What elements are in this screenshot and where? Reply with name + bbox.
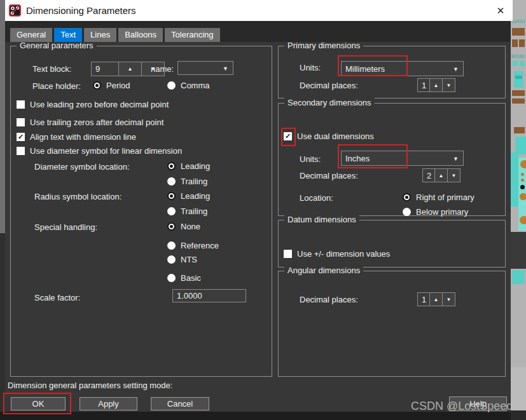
spinner-up-icon[interactable]: ▲ [118,62,142,76]
radio-icon[interactable] [167,177,176,186]
pcb-label: EpSS1 [511,19,525,24]
tab-general[interactable]: General [10,28,52,42]
secondary-decimal-label: Decimal places: [300,171,358,180]
radio-label: Period [106,81,130,90]
apply-button[interactable]: Apply [80,397,137,410]
primary-decimal-spinner[interactable]: 1 ▲ ▼ [417,78,455,92]
secondary-units-dropdown[interactable]: Inches ▼ [341,151,464,166]
spinner-down-icon[interactable]: ▼ [447,168,460,182]
name-dropdown[interactable]: ▼ [177,61,233,75]
tab-lines[interactable]: Lines [84,28,116,42]
pcb-shape [511,152,518,207]
radio-label: Trailing [181,207,207,216]
pcb-shape [515,137,526,154]
spinner-down-icon[interactable]: ▼ [442,292,455,306]
tab-balloons[interactable]: Balloons [118,28,163,42]
group-title: Datum dimensions [284,215,359,224]
radio-icon[interactable] [167,255,176,264]
spinner-up-icon[interactable]: ▲ [434,168,448,182]
special-handling-label: Special handling: [34,222,97,232]
radio-label: NTS [181,255,197,264]
checkbox-icon[interactable] [17,147,25,155]
pcb-shape [520,216,526,224]
radio-icon[interactable] [167,81,176,90]
radio-special-reference[interactable]: Reference [167,241,219,250]
spinner-down-icon[interactable]: ▼ [442,78,455,92]
spinner-value[interactable]: 1 [417,292,430,306]
radio-icon[interactable] [167,241,176,250]
radio-diameter-trailing[interactable]: Trailing [167,177,207,186]
checkbox-label: Use dual dimensions [297,132,374,141]
spinner-value[interactable]: 9 [91,62,119,76]
place-holder-label: Place holder: [32,81,81,91]
radio-icon[interactable] [167,162,176,170]
location-label: Location: [300,193,333,203]
radio-comma[interactable]: Comma [167,81,210,90]
radio-label: None [181,222,200,231]
primary-units-label: Units: [300,63,321,72]
spinner-value[interactable]: 1 [417,78,430,92]
checkbox-use-pm-values[interactable]: Use +/- dimension values [284,249,390,259]
radio-label: Leading [181,161,210,171]
radio-icon[interactable] [93,81,101,90]
checkbox-label: Use +/- dimension values [297,249,390,259]
checkbox-label: Align text with dimension line [30,132,136,142]
radio-icon[interactable] [403,208,411,216]
help-button[interactable]: Help [449,396,507,411]
checkbox-align-text[interactable]: ✓ Align text with dimension line [17,132,136,142]
radio-icon[interactable] [167,222,176,231]
primary-units-dropdown[interactable]: Millimeters ▼ [341,61,464,76]
pcb-shape [519,39,525,47]
radio-radius-leading[interactable]: Leading [167,191,210,201]
pcb-shape [511,367,526,410]
tab-tolerancing[interactable]: Tolerancing [165,28,220,42]
spinner-value[interactable]: 2 [422,168,435,182]
checkbox-checked-icon[interactable]: ✓ [284,132,292,140]
radio-radius-trailing[interactable]: Trailing [167,207,207,216]
radio-right-of-primary[interactable]: Right of primary [403,193,474,202]
scale-factor-label: Scale factor: [34,293,80,302]
spinner-up-icon[interactable]: ▲ [429,292,443,306]
scale-factor-input[interactable]: 1.0000 [172,289,246,302]
radio-icon[interactable] [403,193,411,201]
pcb-shape [520,61,525,66]
dialog-body: General parameters Text block: 9 ▲ ▼ nam… [5,42,511,412]
checkbox-icon[interactable] [17,118,25,126]
radio-special-none[interactable]: None [167,222,200,231]
dialog-titlebar[interactable]: Dimensioning Parameters ✕ [5,0,513,21]
close-icon[interactable]: ✕ [488,0,513,21]
checkbox-icon[interactable] [17,100,25,109]
angular-decimal-spinner[interactable]: 1 ▲ ▼ [417,292,455,306]
radio-diameter-leading[interactable]: Leading [167,161,210,171]
dimensioning-parameters-icon [9,4,21,17]
radio-period[interactable]: Period [93,81,130,90]
radio-icon[interactable] [167,274,176,282]
pcb-shape [514,127,525,133]
radio-icon[interactable] [167,192,176,200]
cancel-button[interactable]: Cancel [151,397,209,410]
ok-button[interactable]: OK [11,397,66,410]
screen: EpSS1 B01B0 SM [0,0,526,420]
tab-text[interactable]: Text [54,28,82,42]
checkbox-use-dual-dimensions[interactable]: ✓ Use dual dimensions [284,132,374,141]
pcb-shape [521,173,524,176]
radio-special-basic[interactable]: Basic [167,273,201,283]
checkbox-use-leading-zero[interactable]: Use leading zero before decimal point [17,100,169,109]
pcb-label: B01B0 [511,54,525,59]
spinner-up-icon[interactable]: ▲ [429,78,443,92]
radio-below-primary[interactable]: Below primary [403,207,468,217]
pcb-label: SM [515,75,522,80]
radio-special-nts[interactable]: NTS [167,255,197,264]
group-primary-dimensions: Primary dimensions Units: Millimeters ▼ … [278,46,506,98]
radio-label: Basic [181,273,201,283]
secondary-decimal-spinner[interactable]: 2 ▲ ▼ [422,168,460,182]
checkbox-label: Use leading zero before decimal point [30,100,169,109]
group-title: Secondary dimensions [284,98,375,107]
pcb-shape [512,270,525,284]
checkbox-use-trailing-zeros[interactable]: Use trailing zeros after decimal point [17,118,163,127]
radio-icon[interactable] [167,207,176,215]
radius-location-label: Radius symbol location: [34,192,121,201]
checkbox-icon[interactable] [284,250,292,258]
checkbox-checked-icon[interactable]: ✓ [17,133,25,141]
checkbox-use-diameter-symbol[interactable]: Use diameter symbol for linear dimension [17,146,182,156]
